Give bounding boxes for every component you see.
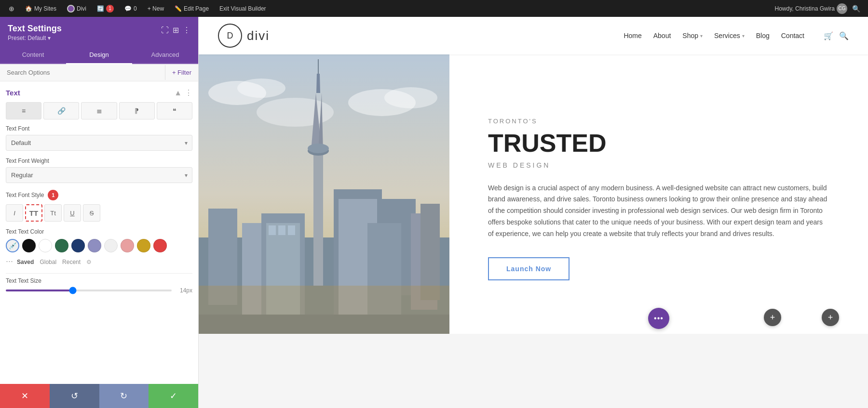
home-icon: 🏠 [25,5,32,12]
undo-button[interactable]: ↺ [50,384,99,408]
new-label: + New [148,5,164,12]
color-swatch-black[interactable] [22,239,36,252]
text-font-select[interactable]: Default [6,135,192,151]
section-icons: ▲ ⋮ [174,88,192,97]
nav-contact[interactable]: Contact [781,32,804,39]
cancel-button[interactable]: ✕ [0,384,50,408]
section-title: Text [6,89,20,97]
edit-page-label: Edit Page [184,5,209,12]
panel-tabs: Content Design Advanced [0,46,198,64]
add-column-button-1[interactable]: + [764,309,781,326]
color-swatch-pink[interactable] [121,239,134,252]
save-button[interactable]: ✓ [149,384,198,408]
nav-shop[interactable]: Shop▾ [682,32,703,39]
color-swatch-red[interactable] [153,239,167,252]
quote-button[interactable]: ❝ [157,102,192,119]
strikethrough-button[interactable]: S [83,204,100,222]
color-settings-icon[interactable]: ⚙ [86,259,92,265]
my-sites-label: My Sites [34,5,56,12]
text-font-group: Text Font Default [6,125,192,151]
uppercase-button[interactable]: TT [25,204,42,222]
search-nav-icon[interactable]: 🔍 [839,31,849,40]
search-input[interactable] [0,64,165,81]
updates-count: 1 [106,5,114,13]
text-size-slider[interactable] [6,290,172,291]
nav-about[interactable]: About [653,32,671,39]
hero-image [199,54,449,334]
hero-subtitle: WEB DESIGN [488,161,829,169]
color-swatch-blue[interactable] [71,239,85,252]
exit-builder-label: Exit Visual Builder [219,5,266,12]
color-actions: Saved Global Recent ⚙ [17,259,92,265]
text-font-weight-label: Text Font Weight [6,158,192,164]
site-logo[interactable]: D divi [218,24,270,48]
logo-text: divi [247,28,270,43]
text-font-select-wrapper: Default [6,135,192,151]
tab-design[interactable]: Design [66,46,132,64]
capitalize-button[interactable]: Tt [44,204,62,222]
edit-page-button[interactable]: ✏️ Edit Page [171,0,213,17]
saved-tab[interactable]: Saved [17,259,34,265]
text-font-weight-group: Text Font Weight Regular Bold Light [6,158,192,183]
new-button[interactable]: + New [144,0,168,17]
redo-button[interactable]: ↻ [99,384,149,408]
slider-row: 14px [6,287,192,294]
undo-icon: ↺ [71,391,78,401]
updates-button[interactable]: 🔄 1 [93,0,118,17]
cart-icon[interactable]: 🛒 [824,31,833,40]
tab-advanced[interactable]: Advanced [132,46,198,63]
filter-button[interactable]: + Filter [165,65,198,80]
nav-shop-label: Shop [682,32,698,39]
text-font-weight-select[interactable]: Regular Bold Light [6,167,192,183]
divi-button[interactable]: Divi [63,0,90,17]
user-avatar[interactable]: CG [837,3,847,14]
hero-title: TRUSTED [488,130,829,157]
exit-builder-button[interactable]: Exit Visual Builder [216,0,270,17]
ordered-list-button[interactable]: ⁋ [119,102,155,119]
main-layout: Text Settings Preset: Default ▾ ⛶ ⊞ ⋮ Co… [0,17,868,408]
font-style-row: I TT Tt U S [6,204,192,222]
add-column-button-2[interactable]: + [822,309,839,326]
svg-rect-12 [313,151,323,286]
cta-button[interactable]: Launch Now [488,257,570,280]
more-icon[interactable]: ⋮ [183,26,190,35]
panel-header: Text Settings Preset: Default ▾ ⛶ ⊞ ⋮ [0,17,198,46]
color-swatch-lavender[interactable] [88,239,101,252]
color-swatch-green[interactable] [55,239,68,252]
comments-icon: 💬 [124,5,132,12]
float-menu-button[interactable]: ••• [648,308,669,329]
color-more-button[interactable]: ··· [6,256,13,266]
collapse-icon[interactable]: ▲ [174,89,182,97]
text-section: Text ▲ ⋮ ≡ 🔗 ≣ ⁋ ❝ Text Font [0,81,198,294]
my-sites-button[interactable]: 🏠 My Sites [21,0,60,17]
color-swatch-gold[interactable] [137,239,150,252]
eyedropper-button[interactable]: 💉 [6,239,19,252]
text-size-group: Text Text Size 14px [6,277,192,294]
nav-blog[interactable]: Blog [756,32,770,39]
fullscreen-icon[interactable]: ⛶ [161,26,169,35]
recent-tab[interactable]: Recent [62,259,81,265]
color-swatch-light[interactable] [104,239,118,252]
admin-bar-right: Howdy, Christina Gwira CG 🔍 [775,3,863,14]
global-tab[interactable]: Global [40,259,56,265]
list-button[interactable]: ≣ [81,102,117,119]
tab-content[interactable]: Content [0,46,66,63]
divider [6,273,192,274]
link-button[interactable]: 🔗 [43,102,79,119]
section-more-icon[interactable]: ⋮ [185,88,192,97]
wp-icon-button[interactable]: ⊕ [5,0,18,17]
comments-button[interactable]: 💬 0 [121,0,141,17]
comments-count: 0 [134,5,137,12]
panel-preset[interactable]: Preset: Default ▾ [8,35,62,41]
underline-button[interactable]: U [64,204,81,222]
color-swatch-white[interactable] [39,239,52,252]
search-icon[interactable]: 🔍 [849,5,863,13]
layout-icon[interactable]: ⊞ [173,26,179,35]
hero-section: TORONTO'S TRUSTED WEB DESIGN Web design … [199,54,868,334]
text-font-style-label: Text Font Style [6,192,44,198]
nav-services[interactable]: Services▾ [714,32,745,39]
hero-image-placeholder [199,54,449,334]
nav-home[interactable]: Home [624,32,641,39]
align-left-button[interactable]: ≡ [6,102,41,119]
italic-button[interactable]: I [6,204,23,222]
